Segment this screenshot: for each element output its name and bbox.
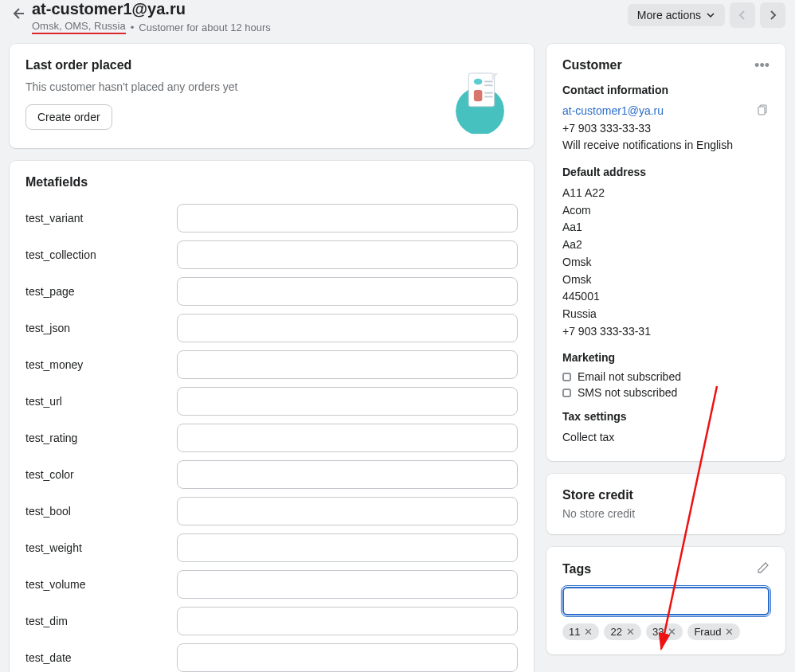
metafield-row: test_page (25, 277, 518, 306)
marketing-status-line: Email not subscribed (562, 370, 770, 383)
metafield-label: test_bool (25, 505, 177, 518)
metafield-label: test_url (25, 395, 177, 408)
marketing-heading: Marketing (562, 351, 770, 364)
metafield-input[interactable] (177, 533, 518, 562)
tag-remove-icon[interactable]: ✕ (626, 626, 635, 638)
metafields-card: Metafields test_varianttest_collectionte… (10, 161, 534, 672)
tags-input[interactable] (562, 587, 770, 615)
tag-remove-icon[interactable]: ✕ (668, 626, 676, 638)
customer-heading: Customer (562, 58, 622, 72)
svg-rect-5 (484, 84, 492, 86)
metafield-row: test_color (25, 460, 518, 489)
address-line: 445001 (562, 288, 770, 306)
svg-rect-3 (474, 90, 482, 101)
status-dot-icon (562, 389, 571, 397)
metafield-input[interactable] (177, 240, 518, 269)
tag-remove-icon[interactable]: ✕ (725, 626, 734, 638)
metafield-label: test_money (25, 358, 177, 371)
metafield-row: test_rating (25, 424, 518, 452)
tag-chip: 22✕ (604, 623, 640, 640)
metafield-label: test_dim (25, 615, 177, 627)
next-button[interactable] (760, 2, 785, 28)
tax-line: Collect tax (562, 429, 770, 447)
metafield-input[interactable] (177, 387, 518, 416)
svg-rect-1 (468, 73, 494, 107)
tag-label: Fraud (694, 626, 721, 638)
metafield-row: test_bool (25, 497, 518, 525)
metafield-input[interactable] (177, 460, 518, 489)
svg-rect-2 (474, 79, 482, 85)
metafield-input[interactable] (177, 607, 518, 635)
svg-rect-6 (484, 92, 492, 94)
metafield-row: test_url (25, 387, 518, 416)
chevron-down-icon (706, 10, 715, 20)
prev-button[interactable] (730, 2, 755, 28)
tax-settings-heading: Tax settings (562, 410, 770, 423)
svg-rect-9 (758, 107, 765, 115)
back-arrow-icon[interactable] (10, 6, 25, 21)
metafield-label: test_collection (25, 248, 177, 261)
chevron-left-icon (737, 10, 748, 21)
metafield-input[interactable] (177, 424, 518, 452)
metafield-label: test_color (25, 468, 177, 481)
metafield-row: test_json (25, 314, 518, 342)
metafield-label: test_date (25, 651, 177, 664)
metafield-label: test_json (25, 322, 177, 334)
more-actions-button[interactable]: More actions (628, 4, 725, 26)
metafield-input[interactable] (177, 350, 518, 379)
metafield-input[interactable] (177, 497, 518, 525)
metafield-input[interactable] (177, 204, 518, 232)
metafield-row: test_volume (25, 570, 518, 599)
store-credit-card: Store credit No store credit (546, 474, 785, 534)
tag-label: 11 (569, 626, 580, 638)
last-order-card: Last order placed This customer hasn't p… (10, 44, 534, 148)
address-line: Aa2 (562, 236, 770, 254)
metafield-label: test_rating (25, 432, 177, 444)
contact-info-heading: Contact information (562, 84, 770, 96)
address-line: Omsk (562, 254, 770, 272)
store-credit-heading: Store credit (562, 488, 770, 502)
chevron-right-icon (767, 10, 778, 21)
address-line: Aa1 (562, 219, 770, 236)
customer-duration: Customer for about 12 hours (139, 21, 270, 33)
svg-rect-7 (484, 96, 492, 98)
metafield-row: test_date (25, 643, 518, 672)
address-line: Omsk (562, 272, 770, 289)
tag-label: 33 (652, 626, 664, 638)
customer-email[interactable]: at-customer1@ya.ru (562, 103, 664, 120)
tags-heading: Tags (562, 562, 591, 576)
metafield-input[interactable] (177, 570, 518, 599)
create-order-button[interactable]: Create order (25, 104, 112, 130)
metafield-row: test_collection (25, 240, 518, 269)
metafield-input[interactable] (177, 277, 518, 306)
metafield-row: test_variant (25, 204, 518, 232)
tag-chip: 11✕ (562, 623, 599, 640)
metafield-row: test_dim (25, 607, 518, 635)
svg-rect-4 (484, 81, 492, 83)
metafield-label: test_weight (25, 541, 177, 554)
metafield-input[interactable] (177, 314, 518, 342)
last-order-heading: Last order placed (25, 58, 237, 72)
address-line: +7 903 333-33-31 (562, 323, 770, 341)
metafields-heading: Metafields (10, 161, 534, 204)
address-line: A11 A22 (562, 185, 770, 202)
more-dots-icon[interactable]: ••• (754, 58, 770, 72)
customer-location: Omsk, OMS, Russia (32, 20, 126, 34)
tag-remove-icon[interactable]: ✕ (584, 626, 593, 638)
customer-card: Customer ••• Contact information at-cust… (546, 44, 785, 461)
customer-phone: +7 903 333-33-33 (562, 120, 770, 138)
last-order-empty-text: This customer hasn't placed any orders y… (25, 80, 237, 93)
metafield-row: test_money (25, 350, 518, 379)
marketing-status-line: SMS not subscribed (562, 386, 770, 399)
metafield-row: test_weight (25, 533, 518, 562)
clipboard-icon[interactable] (757, 104, 770, 119)
tag-chip: 33✕ (646, 623, 683, 640)
metafield-input[interactable] (177, 643, 518, 672)
customer-notif-lang: Will receive notifications in English (562, 137, 770, 154)
pencil-icon[interactable] (757, 561, 770, 577)
tag-label: 22 (610, 626, 621, 638)
metafield-label: test_volume (25, 578, 177, 591)
address-line: Russia (562, 306, 770, 323)
default-address-heading: Default address (562, 166, 770, 178)
order-illustration-icon (442, 58, 518, 134)
